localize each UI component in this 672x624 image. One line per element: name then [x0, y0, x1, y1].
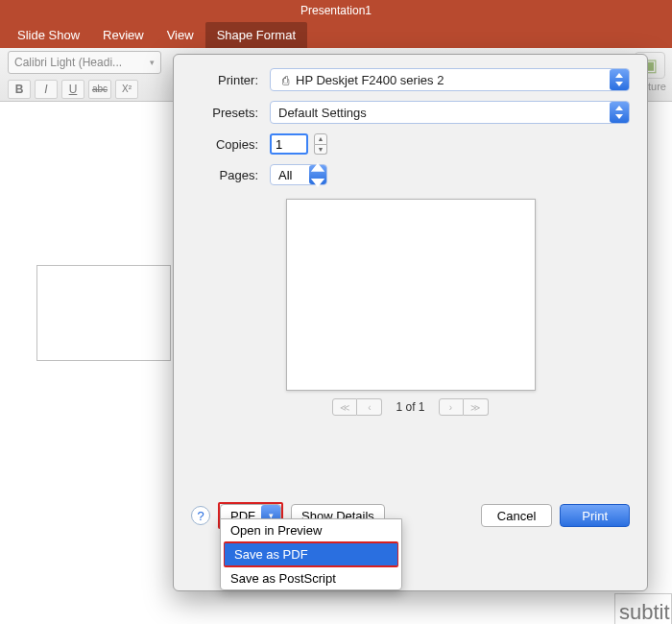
printer-label: Printer: [191, 73, 258, 87]
printer-icon: ⎙ [278, 74, 292, 87]
pages-label: Pages: [191, 168, 258, 182]
pages-value: All [278, 168, 292, 182]
pages-select[interactable]: All [270, 164, 327, 185]
tab-shape-format[interactable]: Shape Format [205, 22, 307, 48]
font-name: Calibri Light (Headi... [14, 56, 122, 69]
tab-review[interactable]: Review [91, 22, 156, 48]
tab-view[interactable]: View [156, 22, 205, 48]
copies-stepper[interactable]: ▲ ▼ [314, 133, 327, 155]
copies-label: Copies: [191, 137, 258, 152]
chevron-down-icon: ▾ [150, 58, 155, 67]
print-button[interactable]: Print [560, 504, 630, 527]
presets-select[interactable]: Default Settings [270, 101, 630, 124]
font-selector[interactable]: Calibri Light (Headi... ▾ [8, 51, 161, 74]
superscript-button[interactable]: X² [115, 80, 138, 99]
menu-open-preview[interactable]: Open in Preview [221, 519, 401, 541]
menu-save-postscript[interactable]: Save as PostScript [221, 567, 401, 589]
printer-value: HP Deskjet F2400 series 2 [296, 73, 444, 87]
strikethrough-button[interactable]: abc [88, 80, 111, 99]
presets-label: Presets: [191, 106, 258, 120]
ribbon-tabs: Slide Show Review View Shape Format [0, 21, 672, 48]
window-title: Presentation1 [0, 0, 672, 21]
help-button[interactable]: ? [191, 506, 210, 525]
menu-save-as-pdf[interactable]: Save as PDF [225, 543, 397, 565]
underline-button[interactable]: U [61, 80, 84, 99]
copies-input[interactable] [270, 133, 308, 155]
page-next-button[interactable]: › [439, 398, 464, 416]
page-first-button[interactable]: ≪ [332, 398, 357, 416]
italic-button[interactable]: I [35, 80, 58, 99]
pdf-dropdown-menu: Open in Preview Save as PDF Save as Post… [220, 518, 402, 590]
slide-thumbnail[interactable] [36, 265, 171, 361]
print-preview [286, 199, 536, 391]
presets-value: Default Settings [278, 106, 367, 120]
printer-select[interactable]: ⎙HP Deskjet F2400 series 2 [270, 68, 630, 91]
cancel-button[interactable]: Cancel [481, 504, 552, 527]
print-dialog: Printer: ⎙HP Deskjet F2400 series 2 Pres… [173, 54, 648, 591]
subtitle-placeholder[interactable]: subtit [614, 593, 672, 624]
tab-slide-show[interactable]: Slide Show [6, 22, 91, 48]
menu-save-pdf-highlight: Save as PDF [224, 541, 398, 567]
page-prev-button[interactable]: ‹ [357, 398, 382, 416]
updown-icon [610, 69, 629, 90]
page-indicator: 1 of 1 [396, 400, 424, 414]
bold-button[interactable]: B [8, 80, 31, 99]
pager: ≪ ‹ 1 of 1 › ≫ [191, 398, 630, 416]
updown-icon [610, 102, 629, 123]
stepper-up-icon[interactable]: ▲ [314, 133, 327, 145]
page-last-button[interactable]: ≫ [464, 398, 489, 416]
updown-icon [309, 165, 326, 184]
stepper-down-icon[interactable]: ▼ [314, 145, 327, 156]
